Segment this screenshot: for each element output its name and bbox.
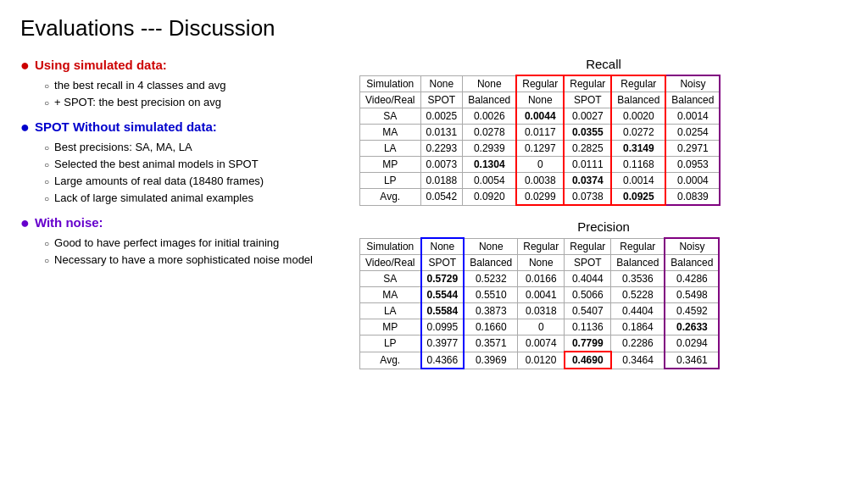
r-mp-3: 0 [516,157,564,173]
r-lp-0: LP [360,173,421,189]
prec-header-row2: Video/Real SPOT Balanced None SPOT Balan… [360,255,720,271]
precision-section: Precision Simulation None None Regular R… [359,219,848,369]
p-lp-6: 0.0294 [665,336,719,352]
r-mp-0: MP [360,157,421,173]
r-avg-6: 0.0839 [665,189,720,206]
r-la-5: 0.3149 [611,141,665,157]
rh2-2: Balanced [463,92,517,108]
r-sa-1: 0.0025 [420,108,463,125]
recall-header-row1: Simulation None None Regular Regular Reg… [360,75,721,92]
rh2-5: Balanced [611,92,665,108]
p-ma-2: 0.5510 [464,287,518,303]
sub-bullet-noise-1: ○ Necessary to have a more sophisticated… [44,252,342,268]
rh1-6: Noisy [665,75,720,92]
rh1-0: Simulation [360,75,421,92]
sub-dot-0: ○ [44,80,49,92]
r-ma-5: 0.0272 [611,125,665,141]
recall-row-mp: MP 0.0073 0.1304 0 0.0111 0.1168 0.0953 [360,157,721,173]
p-ma-1: 0.5544 [421,287,465,303]
p-la-2: 0.3873 [464,303,518,319]
p-mp-6: 0.2633 [665,319,719,336]
sub-bullet-spot-0: ○ Best precisions: SA, MA, LA [44,140,342,155]
p-mp-2: 0.1660 [464,319,518,336]
bullet-dot-simulated: ● [20,57,30,75]
r-avg-1: 0.0542 [420,189,463,206]
sub-dot-spot-1: ○ [44,159,49,171]
r-ma-3: 0.0117 [516,125,564,141]
r-ma-4: 0.0355 [564,125,611,141]
prec-row-sa: SA 0.5729 0.5232 0.0166 0.4044 0.3536 0.… [360,271,720,287]
r-sa-0: SA [360,108,421,125]
p-la-1: 0.5584 [421,303,465,319]
sub-dot-spot-2: ○ [44,176,49,188]
p-ma-6: 0.5498 [665,287,719,303]
ph2-6: Balanced [665,255,719,271]
p-mp-0: MP [360,319,421,336]
r-sa-3: 0.0044 [516,108,564,125]
ph1-0: Simulation [360,238,421,255]
prec-row-lp: LP 0.3977 0.3571 0.0074 0.7799 0.2286 0.… [360,336,720,352]
r-sa-5: 0.0020 [611,108,665,125]
r-la-2: 0.2939 [463,141,517,157]
bullet-simulated: ● Using simulated data: ○ the best recal… [20,57,342,110]
p-lp-3: 0.0074 [518,336,565,352]
rh1-4: Regular [564,75,611,92]
rh2-0: Video/Real [360,92,421,108]
r-mp-6: 0.0953 [665,157,720,173]
p-avg-1: 0.4366 [421,352,465,369]
bullet-label-simulated: Using simulated data: [35,57,167,74]
rh1-1: None [420,75,463,92]
r-la-3: 0.1297 [516,141,564,157]
r-mp-1: 0.0073 [420,157,463,173]
sub-dot-noise-1: ○ [44,255,49,267]
p-sa-2: 0.5232 [464,271,518,287]
r-avg-3: 0.0299 [516,189,564,206]
prec-row-la: LA 0.5584 0.3873 0.0318 0.5407 0.4404 0.… [360,303,720,319]
p-lp-4: 0.7799 [565,336,611,352]
sub-bullet-1: ○ + SPOT: the best precision on avg [44,95,342,110]
r-avg-4: 0.0738 [564,189,611,206]
ph1-3: Regular [518,238,565,255]
ph1-2: None [464,238,518,255]
sub-bullet-noise-0: ○ Good to have perfect images for initia… [44,236,342,251]
r-mp-5: 0.1168 [611,157,665,173]
p-la-5: 0.4404 [611,303,665,319]
sub-text-spot-2: Large amounts of real data (18480 frames… [54,174,264,189]
p-avg-4: 0.4690 [565,352,611,369]
sub-text-spot-0: Best precisions: SA, MA, LA [54,140,192,155]
bullet-label-spot: SPOT Without simulated data: [35,119,217,136]
rh1-2: None [463,75,517,92]
r-avg-2: 0.0920 [463,189,517,206]
sub-bullets-simulated: ○ the best recall in 4 classes and avg ○… [44,78,342,110]
bullet-dot-spot: ● [20,119,30,137]
r-la-1: 0.2293 [420,141,463,157]
p-la-6: 0.4592 [665,303,719,319]
sub-dot-1: ○ [44,97,49,109]
r-avg-0: Avg. [360,189,421,206]
prec-row-avg: Avg. 0.4366 0.3969 0.0120 0.4690 0.3464 … [360,352,720,369]
p-avg-0: Avg. [360,352,421,369]
r-mp-4: 0.0111 [564,157,611,173]
ph2-3: None [518,255,565,271]
r-sa-6: 0.0014 [665,108,720,125]
p-sa-0: SA [360,271,421,287]
r-ma-6: 0.0254 [665,125,720,141]
r-lp-3: 0.0038 [516,173,564,189]
recall-header-row2: Video/Real SPOT Balanced None SPOT Balan… [360,92,721,108]
p-sa-3: 0.0166 [518,271,565,287]
p-ma-4: 0.5066 [565,287,611,303]
rh1-5: Regular [611,75,665,92]
p-lp-5: 0.2286 [611,336,665,352]
p-lp-2: 0.3571 [464,336,518,352]
ph2-0: Video/Real [360,255,421,271]
rh2-1: SPOT [420,92,463,108]
ph2-4: SPOT [565,255,611,271]
r-ma-0: MA [360,125,421,141]
sub-dot-spot-0: ○ [44,142,49,154]
page-title: Evaluations --- Discussion [20,15,848,42]
prec-header-row1: Simulation None None Regular Regular Reg… [360,238,720,255]
r-mp-2: 0.1304 [463,157,517,173]
sub-bullet-spot-3: ○ Lack of large simulated animal example… [44,191,342,206]
recall-row-lp: LP 0.0188 0.0054 0.0038 0.0374 0.0014 0.… [360,173,721,189]
recall-row-sa: SA 0.0025 0.0026 0.0044 0.0027 0.0020 0.… [360,108,721,125]
